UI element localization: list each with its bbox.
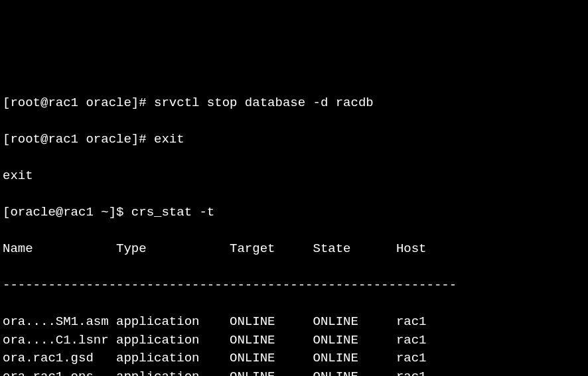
command-line-3: [oracle@rac1 ~]$ crs_stat -t <box>3 204 585 222</box>
exit-echo: exit <box>3 167 585 186</box>
table-row: ora.rac1.ons application ONLINE ONLINE r… <box>3 368 585 376</box>
table-divider: ----------------------------------------… <box>3 277 585 295</box>
prompt-oracle: [oracle@rac1 ~]$ <box>3 205 131 219</box>
command-line-1: [root@rac1 oracle]# srvctl stop database… <box>3 94 585 113</box>
prompt-root-2: [root@rac1 oracle]# <box>3 132 154 147</box>
table-row: ora....SM1.asm application ONLINE ONLINE… <box>3 313 585 332</box>
table-body: ora....SM1.asm application ONLINE ONLINE… <box>3 313 585 376</box>
table-row: ora.rac1.gsd application ONLINE ONLINE r… <box>3 349 585 368</box>
command-exit[interactable]: exit <box>154 132 184 147</box>
terminal-output: [root@rac1 oracle]# srvctl stop database… <box>3 76 585 376</box>
command-line-2: [root@rac1 oracle]# exit <box>3 131 585 149</box>
table-row: ora....C1.lsnr application ONLINE ONLINE… <box>3 332 585 350</box>
table-header: Name Type Target State Host <box>3 240 585 259</box>
command-crsstat[interactable]: crs_stat -t <box>131 205 214 219</box>
prompt-root-1: [root@rac1 oracle]# <box>3 95 154 110</box>
command-srvctl[interactable]: srvctl stop database -d racdb <box>154 95 374 110</box>
